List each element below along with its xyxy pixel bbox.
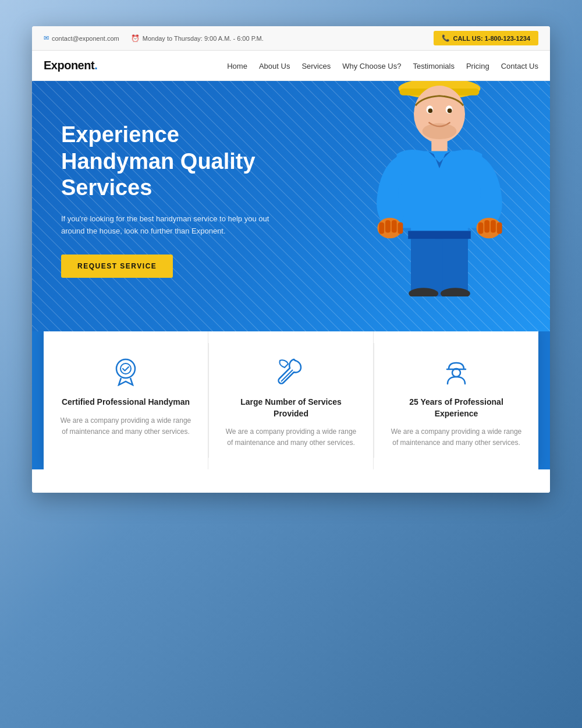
phone-icon: 📞 [442,34,450,42]
svg-rect-16 [478,222,484,234]
top-bar-left: ✉ contact@exponent.com ⏰ Monday to Thurs… [44,34,264,43]
nav-link-pricing[interactable]: Pricing [466,62,489,70]
nav-item-testimonials[interactable]: Testimonials [413,61,455,71]
svg-rect-14 [392,220,397,233]
nav-link-services[interactable]: Services [301,62,331,70]
svg-rect-17 [484,220,489,233]
svg-point-7 [423,123,457,139]
hero-content: Experience Handyman Quality Services If … [32,81,323,295]
email-text: contact@exponent.com [52,35,119,42]
svg-point-26 [116,359,135,378]
card-3-title: 25 Years of Professional Experience [389,397,524,419]
svg-rect-18 [491,220,496,233]
cards-wrapper: Certified Professional Handyman We are a… [32,331,550,469]
nav-link-contact[interactable]: Contact Us [501,62,538,70]
nav-link-why[interactable]: Why Choose Us? [342,62,401,70]
worker-svg [352,81,527,296]
call-label: CALL US: 1-800-123-1234 [453,35,530,42]
card-3-desc: We are a company providing a wide range … [389,426,524,448]
card-experience: 25 Years of Professional Experience We a… [374,331,538,469]
card-2-title: Large Number of Services Provided [223,397,359,419]
logo: Exponent. [44,59,97,72]
hero-section: Experience Handyman Quality Services If … [32,81,550,331]
request-service-button[interactable]: REQUEST SERVICE [61,255,173,278]
cards-section: Certified Professional Handyman We are a… [44,331,538,469]
nav-link-testimonials[interactable]: Testimonials [413,62,455,70]
card-1-title: Certified Professional Handyman [58,397,193,408]
navbar: Exponent. Home About Us Services Why Cho… [32,51,550,81]
browser-window: ✉ contact@exponent.com ⏰ Monday to Thurs… [32,26,550,493]
page-bottom [32,469,550,493]
nav-item-about[interactable]: About Us [259,61,290,71]
tools-icon [275,355,307,386]
clock-icon: ⏰ [131,34,140,43]
nav-link-about[interactable]: About Us [259,62,290,70]
svg-rect-23 [443,239,468,296]
nav-links: Home About Us Services Why Choose Us? Te… [227,61,538,71]
top-bar: ✉ contact@exponent.com ⏰ Monday to Thurs… [32,26,550,51]
svg-point-6 [448,108,452,113]
svg-rect-21 [408,231,471,239]
call-button[interactable]: 📞 CALL US: 1-800-123-1234 [434,31,538,45]
nav-item-pricing[interactable]: Pricing [466,61,489,71]
svg-rect-12 [379,222,384,234]
logo-text: Exponent [44,59,94,72]
nav-link-home[interactable]: Home [227,62,247,70]
hero-title: Experience Handyman Quality Services [61,122,294,202]
svg-point-5 [428,108,432,113]
badge-icon [110,355,141,386]
card-services: Large Number of Services Provided We are… [209,331,374,469]
email-icon: ✉ [44,34,49,42]
nav-item-contact[interactable]: Contact Us [501,61,538,71]
email-contact: ✉ contact@exponent.com [44,34,119,42]
svg-rect-15 [398,222,403,234]
nav-item-why[interactable]: Why Choose Us? [342,61,401,71]
svg-point-27 [120,363,131,374]
hours-text: Monday to Thursday: 9:00 A.M. - 6:00 P.M… [143,35,264,42]
nav-item-home[interactable]: Home [227,61,247,71]
card-certified: Certified Professional Handyman We are a… [44,331,208,469]
svg-rect-13 [385,220,391,233]
nav-item-services[interactable]: Services [301,61,331,71]
card-2-desc: We are a company providing a wide range … [223,426,359,448]
card-1-desc: We are a company providing a wide range … [58,415,193,437]
hours-contact: ⏰ Monday to Thursday: 9:00 A.M. - 6:00 P… [131,34,264,43]
hero-worker-image [346,81,533,296]
svg-rect-22 [411,239,436,296]
worker-icon [441,355,472,386]
hero-description: If you're looking for the best handyman … [61,213,294,238]
svg-rect-19 [497,222,502,234]
